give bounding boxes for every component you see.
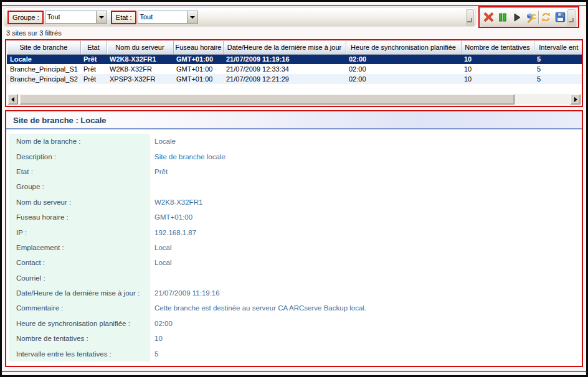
field-label: Date/Heure de la dernière mise à jour :: [9, 286, 150, 300]
detail-field-row: Groupe :: [6, 179, 582, 194]
table-cell: Prêt: [80, 54, 107, 64]
column-header[interactable]: Site de branche: [7, 41, 80, 54]
detail-field-row: Etat :Prêt: [6, 164, 582, 179]
field-value: 192.168.1.87: [150, 229, 196, 236]
table-cell: 5: [534, 74, 583, 84]
scroll-left-button[interactable]: [7, 94, 18, 105]
table-cell: W2K8-X32FR1: [107, 54, 173, 64]
table-cell: Prêt: [80, 64, 107, 74]
field-label: Fuseau horaire :: [9, 210, 150, 225]
detail-field-row: Nom du serveur :W2K8-X32FR1: [6, 195, 582, 210]
scrollbar-thumb[interactable]: [19, 94, 514, 105]
horizontal-scrollbar[interactable]: [7, 94, 581, 105]
refresh-button[interactable]: [539, 11, 553, 24]
chevron-down-icon[interactable]: [96, 11, 107, 23]
table-cell: 21/07/2009 11:19:16: [223, 54, 346, 64]
field-value: Local: [150, 259, 172, 266]
field-label: Commentaire :: [9, 300, 150, 315]
filter-status-text: 3 sites sur 3 filtrés: [6, 29, 62, 37]
column-header[interactable]: Intervalle ent: [534, 41, 583, 54]
toolbar-overflow-grip[interactable]: [567, 9, 576, 26]
table-cell: Branche_Principal_S1: [7, 64, 80, 74]
pause-button[interactable]: [496, 11, 510, 24]
group-filter-value: Tout: [45, 11, 96, 23]
table-cell: 5: [534, 54, 583, 64]
table-header-row: Site de brancheEtatNom du serveurFuseau …: [7, 41, 583, 54]
field-value: W2K8-X32FR1: [150, 198, 202, 206]
field-label: IP :: [9, 225, 150, 240]
table-cell: GMT+01:00: [173, 74, 223, 84]
chevron-down-icon[interactable]: [187, 11, 197, 23]
field-value: GMT+01:00: [150, 213, 192, 221]
field-value: 5: [150, 350, 158, 358]
column-header[interactable]: Nombre de tentatives: [461, 41, 534, 54]
column-header[interactable]: Fuseau horaire: [173, 41, 223, 54]
column-header[interactable]: Date/Heure de la dernière mise à jour: [223, 41, 346, 54]
column-header[interactable]: Nom du serveur: [107, 41, 173, 54]
field-label: Nom de la branche :: [9, 134, 150, 149]
table-cell: GMT+01:00: [173, 54, 223, 64]
branch-sites-table: Site de brancheEtatNom du serveurFuseau …: [7, 41, 583, 84]
table-cell: GMT+01:00: [173, 64, 223, 74]
save-button[interactable]: [554, 11, 567, 24]
save-icon: [555, 12, 566, 22]
pane-bottom-edge: [2, 371, 586, 372]
scroll-right-button[interactable]: [570, 94, 581, 105]
detail-field-row: Nombre de tentatives :10: [6, 331, 582, 346]
configure-button[interactable]: [524, 11, 538, 24]
field-label: Nombre de tentatives :: [9, 331, 150, 346]
branch-sites-table-annotation: Site de brancheEtatNom du serveurFuseau …: [5, 39, 583, 107]
table-cell: 02:00: [346, 64, 461, 74]
toolbar-overflow-grip[interactable]: [466, 9, 474, 26]
field-value: 02:00: [150, 320, 173, 327]
table-cell: 5: [534, 64, 583, 74]
detail-panel-title: Site de branche : Locale: [6, 111, 582, 129]
field-label: Contact :: [9, 255, 150, 270]
field-value: Local: [150, 244, 172, 251]
branch-manager-window: { "filters": { "group_label": "Groupe :"…: [0, 0, 588, 377]
delete-button[interactable]: [482, 11, 496, 24]
field-value: Cette branche est destinée au serveur CA…: [150, 304, 366, 312]
state-filter-dropdown[interactable]: Tout: [138, 11, 198, 24]
column-header[interactable]: Heure de synchronisation planifiée: [346, 41, 461, 54]
detail-field-row: Date/Heure de la dernière mise à jour :2…: [6, 286, 582, 300]
table-cell: 10: [461, 64, 534, 74]
table-cell: 21/07/2009 12:21:29: [223, 74, 346, 84]
table-cell: 10: [461, 54, 534, 64]
field-label: Etat :: [9, 164, 150, 179]
field-label: Courriel :: [9, 271, 150, 286]
detail-field-row: IP :192.168.1.87: [6, 225, 582, 240]
detail-field-row: Nom de la branche :Locale: [6, 134, 582, 149]
field-value: Locale: [150, 137, 176, 145]
table-cell: 02:00: [346, 54, 461, 64]
detail-field-row: Commentaire :Cette branche est destinée …: [6, 300, 582, 315]
detail-field-row: Courriel :: [6, 271, 582, 286]
field-value: 21/07/2009 11:19:16: [150, 289, 220, 297]
group-filter-label: Groupe :: [7, 11, 44, 24]
filter-toolbar: Groupe : Tout Etat : Tout: [4, 7, 476, 27]
field-label: Intervalle entre les tentatives :: [9, 346, 150, 361]
table-row[interactable]: Branche_Principal_S2PrêtXPSP3-X32FRGMT+0…: [7, 74, 583, 84]
field-label: Groupe :: [9, 179, 150, 194]
field-label: Description :: [9, 149, 150, 164]
group-filter-dropdown[interactable]: Tout: [45, 11, 107, 24]
start-button[interactable]: [510, 11, 524, 24]
detail-field-row: Description :Site de branche locale: [6, 149, 582, 164]
state-filter-label: Etat :: [111, 11, 136, 24]
detail-field-row: Emplacement :Local: [6, 240, 582, 255]
detail-field-row: Intervalle entre les tentatives :5: [6, 346, 582, 361]
field-value: Site de branche locale: [150, 153, 225, 161]
action-toolbar-annotation: [478, 6, 579, 28]
field-value: 10: [150, 335, 163, 342]
delete-icon: [483, 12, 494, 22]
table-cell: Locale: [7, 54, 80, 64]
table-row[interactable]: LocalePrêtW2K8-X32FR1GMT+01:0021/07/2009…: [7, 54, 583, 64]
scroll-left-icon: [11, 97, 14, 102]
start-icon: [512, 12, 522, 22]
table-cell: Branche_Principal_S2: [7, 74, 80, 84]
column-header[interactable]: Etat: [80, 41, 107, 54]
table-cell: W2K8-X32FR: [107, 64, 173, 74]
detail-field-row: Fuseau horaire :GMT+01:00: [6, 210, 582, 225]
table-row[interactable]: Branche_Principal_S1PrêtW2K8-X32FRGMT+01…: [7, 64, 583, 74]
field-value: Prêt: [150, 168, 168, 175]
